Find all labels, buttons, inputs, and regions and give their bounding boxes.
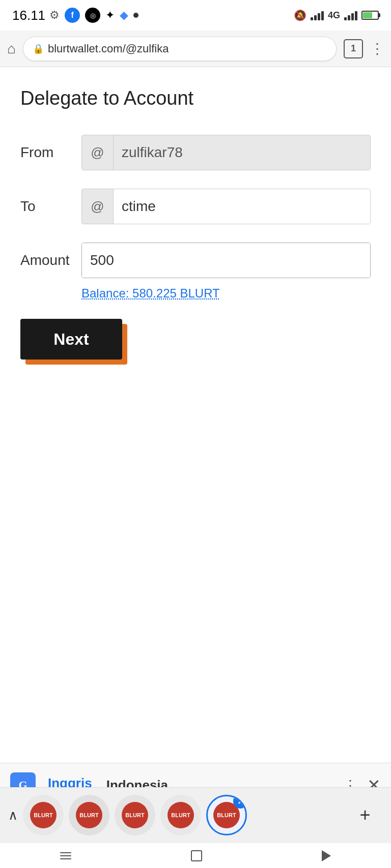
android-home-button[interactable] (191, 850, 202, 861)
amount-input-wrap (81, 243, 371, 278)
signal-bars-2 (344, 10, 357, 20)
from-input-group: @ (81, 135, 371, 170)
android-back-button[interactable] (322, 850, 331, 861)
url-text: blurtwallet.com/@zulfika (48, 42, 169, 55)
amount-row: Amount (20, 243, 371, 278)
home-button[interactable]: ⌂ (7, 41, 16, 57)
status-bar: 16.11 ⚙ f ◎ ✦ ◆ 🔕 4G (0, 0, 391, 31)
bottom-tabs-bar: ∧ BLURT BLURT BLURT BLURT BLURT ✕ + (0, 787, 391, 843)
to-input[interactable] (114, 189, 370, 224)
browser-chrome: ⌂ 🔒 blurtwallet.com/@zulfika 1 ⋮ (0, 31, 391, 67)
amount-input[interactable] (82, 243, 370, 278)
battery-icon (361, 11, 379, 20)
messenger-icon: ◎ (85, 8, 100, 23)
star-icon: ✦ (105, 9, 115, 22)
page-title: Delegate to Account (20, 87, 371, 109)
more-options-button[interactable]: ⋮ (370, 40, 384, 57)
blurt-tab-icon-3: BLURT (122, 802, 148, 828)
lock-icon: 🔒 (33, 43, 44, 54)
to-label: To (20, 198, 81, 215)
next-button[interactable]: Next (20, 319, 122, 360)
android-menu-button[interactable] (60, 852, 71, 859)
amount-label: Amount (20, 252, 81, 268)
tab-thumb-5-active[interactable]: BLURT ✕ (206, 795, 247, 835)
status-icons-right: 🔕 4G (294, 9, 379, 21)
blurt-tab-icon-2: BLURT (76, 802, 102, 828)
from-input[interactable] (114, 135, 370, 170)
gear-icon: ⚙ (49, 9, 60, 22)
to-input-group: @ (81, 189, 371, 224)
to-row: To @ (20, 189, 371, 224)
tab-count-button[interactable]: 1 (344, 39, 363, 58)
tab-thumb-2[interactable]: BLURT (69, 795, 109, 835)
signal-bars (311, 10, 324, 20)
next-button-wrap: Next (20, 319, 122, 360)
tab-thumb-3[interactable]: BLURT (115, 795, 155, 835)
tab-thumb-1[interactable]: BLURT (23, 795, 64, 835)
blurt-tab-icon-4: BLURT (167, 802, 194, 828)
balance-display: Balance: 580.225 BLURT (81, 286, 371, 301)
tab-thumb-4[interactable]: BLURT (160, 795, 201, 835)
facebook-icon: f (65, 8, 80, 23)
address-bar[interactable]: 🔒 blurtwallet.com/@zulfika (23, 37, 337, 61)
tab-close-button[interactable]: ✕ (233, 795, 247, 809)
from-label: From (20, 144, 81, 161)
expand-tabs-button[interactable]: ∧ (8, 807, 18, 823)
network-type: 4G (328, 10, 340, 21)
from-at-symbol: @ (82, 135, 114, 170)
blurt-tab-icon-1: BLURT (30, 802, 57, 828)
add-tab-plus-icon: + (359, 804, 370, 826)
page-content: Delegate to Account From @ To @ Amount B… (0, 67, 391, 390)
from-row: From @ (20, 135, 371, 170)
android-nav-bar (0, 843, 391, 868)
status-time: 16.11 (12, 8, 45, 23)
mute-icon: 🔕 (294, 9, 306, 21)
to-at-symbol: @ (82, 189, 114, 224)
add-tab-button[interactable]: + (347, 797, 383, 833)
notification-dot (133, 13, 138, 18)
diamond-icon: ◆ (120, 9, 128, 22)
